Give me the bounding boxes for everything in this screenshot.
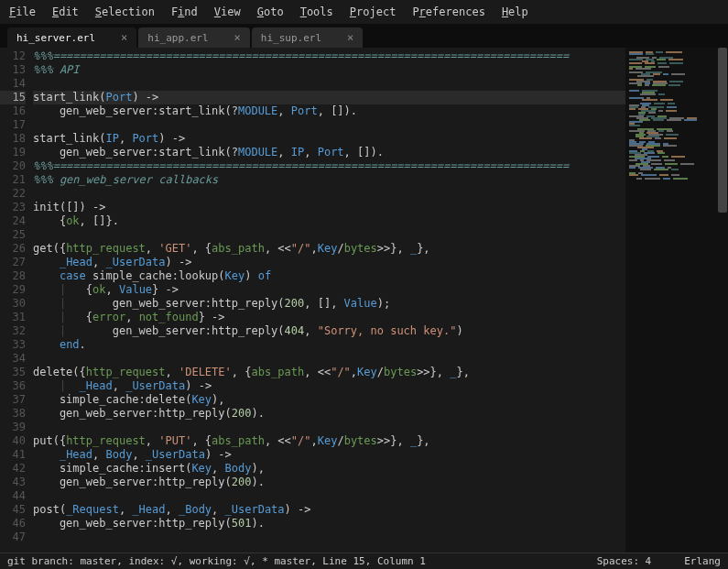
code-line[interactable]: gen_web_server:http_reply(200).	[33, 407, 625, 421]
code-line[interactable]: start_link(Port) ->	[33, 91, 625, 104]
line-number[interactable]: 42	[0, 462, 26, 476]
code-line[interactable]: gen_web_server:start_link(?MODULE, IP, P…	[33, 146, 625, 159]
scroll-thumb[interactable]	[718, 48, 727, 213]
code-line[interactable]: | _Head, _UserData) ->	[33, 379, 625, 393]
code-line[interactable]: case simple_cache:lookup(Key) of	[33, 269, 625, 283]
code-line[interactable]: | {ok, Value} ->	[33, 283, 625, 297]
code-line[interactable]: gen_web_server:http_reply(200).	[33, 476, 625, 489]
menu-tools[interactable]: Tools	[300, 5, 333, 18]
code-line[interactable]: %%% gen_web_server callbacks	[33, 173, 625, 187]
code-content[interactable]: %%%=====================================…	[33, 48, 625, 553]
code-line[interactable]: gen_web_server:http_reply(501).	[33, 517, 625, 531]
code-line[interactable]: %%% API	[33, 63, 625, 77]
code-line[interactable]	[33, 228, 625, 242]
line-number[interactable]: 32	[0, 324, 26, 338]
minimap[interactable]	[625, 48, 717, 553]
line-number[interactable]: 16	[0, 104, 26, 118]
status-bar: git branch: master, index: √, working: √…	[0, 553, 728, 569]
code-line[interactable]: get({http_request, 'GET', {abs_path, <<"…	[33, 242, 625, 256]
menu-goto[interactable]: Goto	[257, 5, 284, 18]
vertical-scrollbar[interactable]	[717, 48, 728, 553]
tab-hi_server-erl[interactable]: hi_server.erl×	[7, 27, 136, 48]
status-left[interactable]: git branch: master, index: √, working: √…	[7, 555, 426, 567]
code-line[interactable]: | gen_web_server:http_reply(404, "Sorry,…	[33, 324, 625, 338]
close-icon[interactable]: ×	[121, 31, 127, 44]
line-number[interactable]: 20	[0, 159, 26, 173]
menu-find[interactable]: Find	[171, 5, 198, 18]
line-number[interactable]: 22	[0, 187, 26, 201]
menu-project[interactable]: Project	[350, 5, 397, 18]
status-indent[interactable]: Spaces: 4	[597, 555, 652, 567]
line-number[interactable]: 33	[0, 338, 26, 352]
code-line[interactable]	[33, 187, 625, 201]
tab-hi_app-erl[interactable]: hi_app.erl×	[138, 27, 249, 48]
line-number[interactable]: 38	[0, 407, 26, 421]
menu-preferences[interactable]: Preferences	[412, 5, 485, 18]
code-line[interactable]: post(_Request, _Head, _Body, _UserData) …	[33, 503, 625, 517]
tab-bar: hi_server.erl×hi_app.erl×hi_sup.erl×	[0, 24, 728, 48]
tab-label: hi_sup.erl	[261, 32, 321, 44]
code-line[interactable]	[33, 531, 625, 544]
code-line[interactable]	[33, 352, 625, 366]
code-line[interactable]: _Head, Body, _UserData) ->	[33, 448, 625, 462]
line-number[interactable]: 24	[0, 214, 26, 228]
line-number[interactable]: 39	[0, 421, 26, 434]
code-line[interactable]: start_link(IP, Port) ->	[33, 132, 625, 146]
code-line[interactable]	[33, 118, 625, 132]
code-line[interactable]: delete({http_request, 'DELETE', {abs_pat…	[33, 366, 625, 379]
code-line[interactable]: gen_web_server:start_link(?MODULE, Port,…	[33, 104, 625, 118]
line-number[interactable]: 18	[0, 132, 26, 146]
tab-hi_sup-erl[interactable]: hi_sup.erl×	[252, 27, 363, 48]
code-line[interactable]: %%%=====================================…	[33, 49, 625, 63]
line-number[interactable]: 12	[0, 49, 26, 63]
menu-selection[interactable]: Selection	[95, 5, 155, 18]
line-number[interactable]: 17	[0, 118, 26, 132]
code-line[interactable]: init([]) ->	[33, 201, 625, 214]
close-icon[interactable]: ×	[234, 31, 241, 44]
line-number[interactable]: 19	[0, 146, 26, 159]
line-number[interactable]: 41	[0, 448, 26, 462]
code-line[interactable]: simple_cache:delete(Key),	[33, 393, 625, 407]
code-line[interactable]: | gen_web_server:http_reply(200, [], Val…	[33, 297, 625, 311]
line-number[interactable]: 40	[0, 434, 26, 448]
code-line[interactable]: end.	[33, 338, 625, 352]
line-number[interactable]: 14	[0, 77, 26, 91]
code-line[interactable]	[33, 489, 625, 503]
line-number[interactable]: 46	[0, 517, 26, 531]
line-number[interactable]: 21	[0, 173, 26, 187]
menu-file[interactable]: File	[9, 5, 36, 18]
code-line[interactable]	[33, 421, 625, 434]
code-line[interactable]: simple_cache:insert(Key, Body),	[33, 462, 625, 476]
line-number[interactable]: 44	[0, 489, 26, 503]
line-number[interactable]: 36	[0, 379, 26, 393]
code-line[interactable]: | {error, not_found} ->	[33, 311, 625, 324]
status-language[interactable]: Erlang	[684, 555, 721, 567]
line-number[interactable]: 13	[0, 63, 26, 77]
line-number[interactable]: 30	[0, 297, 26, 311]
line-number[interactable]: 23	[0, 201, 26, 214]
line-number[interactable]: 15	[0, 91, 26, 104]
menu-edit[interactable]: Edit	[52, 5, 79, 18]
line-number[interactable]: 47	[0, 531, 26, 544]
menu-help[interactable]: Help	[502, 5, 528, 18]
line-number[interactable]: 27	[0, 256, 26, 269]
line-number[interactable]: 31	[0, 311, 26, 324]
line-number[interactable]: 34	[0, 352, 26, 366]
code-line[interactable]: _Head, _UserData) ->	[33, 256, 625, 269]
code-line[interactable]: %%%=====================================…	[33, 159, 625, 173]
menu-view[interactable]: View	[214, 5, 241, 18]
code-line[interactable]: put({http_request, 'PUT', {abs_path, <<"…	[33, 434, 625, 448]
line-number[interactable]: 37	[0, 393, 26, 407]
code-line[interactable]	[33, 77, 625, 91]
close-icon[interactable]: ×	[347, 31, 353, 44]
line-number[interactable]: 43	[0, 476, 26, 489]
line-number[interactable]: 35	[0, 366, 26, 379]
line-number[interactable]: 26	[0, 242, 26, 256]
line-number[interactable]: 29	[0, 283, 26, 297]
line-number[interactable]: 25	[0, 228, 26, 242]
code-line[interactable]: {ok, []}.	[33, 214, 625, 228]
tab-label: hi_app.erl	[147, 32, 208, 44]
line-gutter: 1213141516171819202122232425262728293031…	[0, 48, 33, 553]
line-number[interactable]: 45	[0, 503, 26, 517]
line-number[interactable]: 28	[0, 269, 26, 283]
